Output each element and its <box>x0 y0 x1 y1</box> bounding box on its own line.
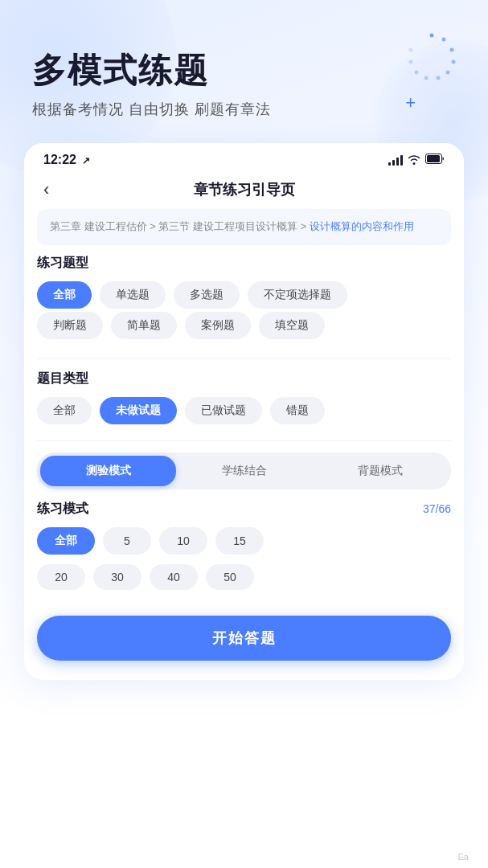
breadcrumb-part1: 第三章 建设工程估价 > 第三节 建设工程项目设计概算 > <box>50 220 310 232</box>
svg-point-7 <box>415 71 419 75</box>
question-status-title: 题目类型 <box>37 371 451 387</box>
deco-circle-icon <box>408 32 456 80</box>
tag-status-all[interactable]: 全部 <box>37 397 92 424</box>
signal-bar-4 <box>400 155 403 166</box>
svg-point-6 <box>424 76 429 80</box>
tag-simple[interactable]: 简单题 <box>111 312 177 339</box>
tag-multi-choice[interactable]: 多选题 <box>174 281 240 309</box>
question-type-tags-row1: 全部 单选题 多选题 不定项选择题 <box>37 281 451 309</box>
divider-1 <box>37 358 451 359</box>
tab-study-practice[interactable]: 学练结合 <box>176 456 312 486</box>
back-button[interactable]: ‹ <box>43 179 49 200</box>
signal-bar-3 <box>396 158 399 166</box>
battery-icon <box>425 154 445 166</box>
tag-uncertain-choice[interactable]: 不定项选择题 <box>248 281 347 309</box>
svg-point-0 <box>430 34 434 38</box>
tag-case[interactable]: 案例题 <box>185 312 251 339</box>
num-tag-50[interactable]: 50 <box>206 564 254 590</box>
svg-point-2 <box>450 48 454 52</box>
breadcrumb: 第三章 建设工程估价 > 第三节 建设工程项目设计概算 > 设计概算的内容和作用 <box>37 209 451 245</box>
nav-bar: ‹ 章节练习引导页 <box>24 174 464 209</box>
num-tag-40[interactable]: 40 <box>150 564 198 590</box>
main-title: 多模式练题 <box>32 48 456 93</box>
practice-mode-header: 练习模式 37/66 <box>24 501 464 518</box>
navigation-icon: ↗ <box>82 155 90 166</box>
num-tags-row1: 全部 5 10 15 <box>24 527 464 555</box>
tag-wrong[interactable]: 错题 <box>270 397 325 424</box>
signal-bar-2 <box>392 160 395 166</box>
start-answer-button[interactable]: 开始答题 <box>37 616 451 661</box>
phone-card: 12:22 ↗ <box>24 143 464 680</box>
divider-2 <box>37 440 451 441</box>
tab-test-mode[interactable]: 测验模式 <box>40 456 176 486</box>
practice-mode-title: 练习模式 <box>37 501 88 518</box>
tag-not-done[interactable]: 未做试题 <box>100 397 177 424</box>
signal-icon <box>388 154 403 166</box>
sub-title: 根据备考情况 自由切换 刷题有章法 <box>32 100 456 119</box>
num-tag-20[interactable]: 20 <box>37 564 85 590</box>
status-time: 12:22 ↗ <box>43 153 90 167</box>
wifi-icon <box>408 154 420 167</box>
question-status-tags: 全部 未做试题 已做试题 错题 <box>37 397 451 424</box>
start-btn-area: 开始答题 <box>24 600 464 680</box>
num-tag-5[interactable]: 5 <box>103 527 151 555</box>
tag-single-choice[interactable]: 单选题 <box>100 281 166 309</box>
tag-done[interactable]: 已做试题 <box>185 397 262 424</box>
svg-point-5 <box>437 76 441 80</box>
practice-count: 37/66 <box>423 502 451 515</box>
svg-point-3 <box>452 60 456 64</box>
header-section: 多模式练题 根据备考情况 自由切换 刷题有章法 + <box>0 0 488 135</box>
status-icons <box>388 154 445 167</box>
page-title: 章节练习引导页 <box>194 180 295 199</box>
question-type-tags-row2: 判断题 简单题 案例题 填空题 <box>37 312 451 339</box>
tag-judge[interactable]: 判断题 <box>37 312 103 339</box>
num-tags-row2: 20 30 40 50 <box>24 564 464 590</box>
num-tag-10[interactable]: 10 <box>159 527 207 555</box>
watermark: Ea <box>458 852 469 862</box>
tag-fill-blank[interactable]: 填空题 <box>259 312 325 339</box>
svg-rect-11 <box>427 155 440 162</box>
svg-point-8 <box>409 60 413 64</box>
question-type-title: 练习题型 <box>37 255 451 272</box>
plus-icon: + <box>405 92 416 113</box>
breadcrumb-active: 设计概算的内容和作用 <box>310 220 414 232</box>
signal-bar-1 <box>388 162 391 166</box>
question-status-section: 题目类型 全部 未做试题 已做试题 错题 <box>24 371 464 434</box>
status-bar: 12:22 ↗ <box>24 143 464 174</box>
svg-point-9 <box>409 48 413 52</box>
num-tag-all[interactable]: 全部 <box>37 527 95 555</box>
num-tag-15[interactable]: 15 <box>215 527 264 555</box>
svg-point-1 <box>442 38 446 42</box>
question-type-section: 练习题型 全部 单选题 多选题 不定项选择题 判断题 简单题 案例题 填空题 <box>24 255 464 352</box>
breadcrumb-text: 第三章 建设工程估价 > 第三节 建设工程项目设计概算 > 设计概算的内容和作用 <box>50 219 438 235</box>
tab-memorize-mode[interactable]: 背题模式 <box>312 456 448 486</box>
mode-tabs: 测验模式 学练结合 背题模式 <box>37 452 451 489</box>
svg-point-4 <box>446 71 450 75</box>
num-tag-30[interactable]: 30 <box>93 564 141 590</box>
tag-all-type[interactable]: 全部 <box>37 281 92 309</box>
